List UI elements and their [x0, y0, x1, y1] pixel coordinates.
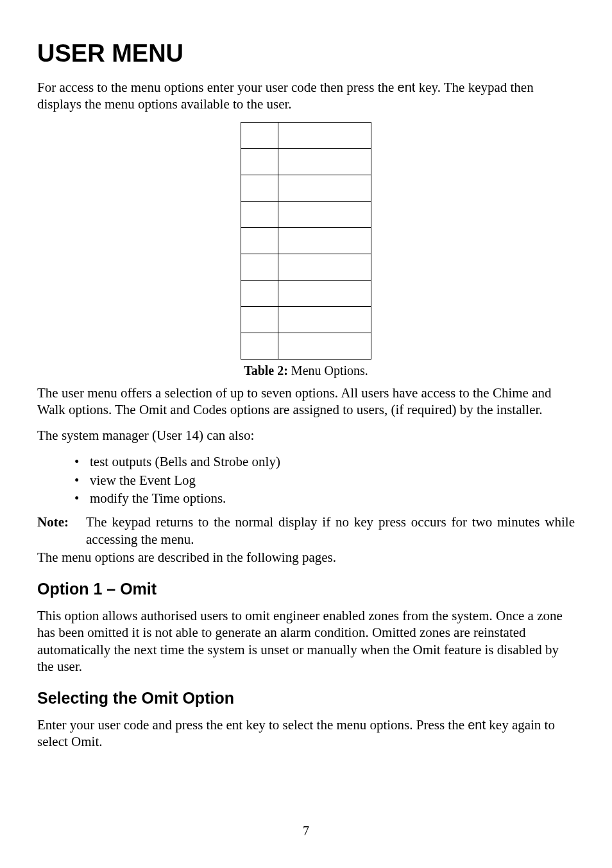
table-row — [241, 333, 371, 359]
list-item: view the Event Log — [37, 471, 575, 489]
table-caption-rest: Menu Options. — [288, 363, 368, 378]
note-text: The keypad returns to the normal display… — [86, 514, 575, 548]
paragraph-omit: This option allows authorised users to o… — [37, 607, 575, 675]
heading-selecting-omit: Selecting the Omit Option — [37, 689, 575, 707]
page-title: USER MENU — [37, 40, 575, 67]
paragraph-4: The menu options are described in the fo… — [37, 549, 575, 566]
heading-option-1-omit: Option 1 – Omit — [37, 580, 575, 598]
ent-key-label: ent — [398, 80, 416, 94]
list-item: modify the Time options. — [37, 489, 575, 507]
page-number: 7 — [0, 824, 612, 838]
note: Note: The keypad returns to the normal d… — [37, 514, 575, 548]
table-container — [37, 122, 575, 360]
intro-paragraph: For access to the menu options enter you… — [37, 79, 575, 113]
table-row — [241, 148, 371, 175]
table-row — [241, 280, 371, 306]
ent-key-label-2: ent — [468, 718, 486, 732]
table-row — [241, 227, 371, 254]
list-item: test outputs (Bells and Strobe only) — [37, 453, 575, 471]
table-caption-bold: Table 2: — [244, 363, 288, 378]
table-row — [241, 201, 371, 227]
table-row — [241, 175, 371, 201]
table-row — [241, 122, 371, 148]
note-label: Note: — [37, 514, 86, 548]
paragraph-2: The user menu offers a selection of up t… — [37, 385, 575, 419]
intro-text-a: For access to the menu options enter you… — [37, 80, 398, 95]
paragraph-3: The system manager (User 14) can also: — [37, 427, 575, 444]
bullet-list: test outputs (Bells and Strobe only) vie… — [37, 453, 575, 507]
table-row — [241, 306, 371, 333]
paragraph-select: Enter your user code and press the ent k… — [37, 716, 575, 751]
select-text-a: Enter your user code and press the ent k… — [37, 717, 468, 733]
table-row — [241, 254, 371, 280]
menu-options-table — [241, 122, 371, 360]
table-caption: Table 2: Menu Options. — [37, 363, 575, 378]
